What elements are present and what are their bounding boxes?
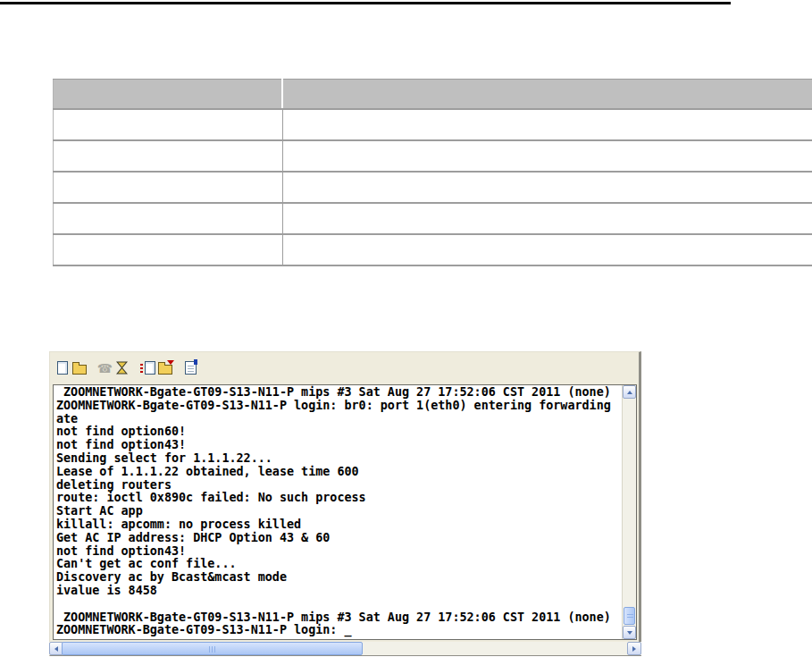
chevron-up-icon [627, 388, 632, 394]
table-header-row [54, 80, 812, 110]
scroll-right-button[interactable] [627, 642, 641, 655]
terminal-view: ZOOMNETWORK-Bgate-GT09-S13-N11-P mips #3… [53, 384, 637, 640]
console-line: ate [56, 413, 622, 426]
table-cell [282, 234, 812, 265]
terminal-window: ☎ ZOOMNETWORK-Bgate-GT09-S13-N1 [49, 351, 641, 656]
console-line: route: ioctl 0x890c failed: No such proc… [56, 492, 622, 505]
scroll-up-button[interactable] [623, 385, 636, 399]
table-row [54, 109, 812, 140]
horizontal-scroll-thumb[interactable] [62, 642, 363, 655]
send-button[interactable] [140, 360, 155, 375]
table-cell [282, 140, 812, 172]
table-cell [54, 172, 283, 203]
console-line: ZOOMNETWORK-Bgate-GT09-S13-N11-P mips #3… [56, 386, 622, 400]
table-row [54, 172, 812, 203]
console-line: deleting routers [56, 479, 622, 493]
table-cell [54, 234, 283, 265]
chevron-right-icon [632, 646, 639, 652]
table-cell [282, 203, 812, 234]
header-rule [0, 2, 731, 4]
console-line: not find option43! [56, 439, 622, 452]
chevron-left-icon [52, 646, 58, 652]
hangup-hourglass-icon [115, 361, 129, 375]
send-dots-icon [140, 363, 143, 374]
console-line: ZOOMNETWORK-Bgate-GT09-S13-N11-P login: … [56, 400, 622, 413]
send-page-icon [145, 361, 155, 375]
console-line: Start AC app [56, 505, 622, 518]
horizontal-scrollbar[interactable] [49, 642, 641, 655]
open-button[interactable] [71, 360, 87, 375]
console-line [56, 598, 622, 611]
table-row [54, 234, 812, 265]
terminal-output[interactable]: ZOOMNETWORK-Bgate-GT09-S13-N11-P mips #3… [54, 385, 622, 639]
table-cell [282, 172, 812, 203]
console-line: Sending select for 1.1.1.22... [56, 452, 622, 466]
console-line: Get AC IP address: DHCP Option 43 & 60 [56, 532, 622, 545]
document-page: ☎ ZOOMNETWORK-Bgate-GT09-S13-N1 [0, 0, 812, 657]
console-line: not find option60! [56, 425, 622, 439]
console-line: Can't get ac conf file... [56, 558, 622, 571]
receive-folder-icon [158, 365, 172, 375]
console-line: Discovery ac by Bcast&mcast mode [56, 571, 622, 585]
properties-button[interactable] [183, 360, 198, 375]
table-header-cell [54, 80, 283, 110]
table-row [54, 203, 812, 234]
receive-button[interactable] [157, 360, 172, 375]
console-line-prompt: ZOOMNETWORK-Bgate-GT09-S13-N11-P login: … [56, 624, 622, 637]
table-header-cell [282, 80, 812, 110]
vertical-scroll-thumb[interactable] [624, 607, 635, 625]
scroll-down-button[interactable] [623, 626, 636, 639]
console-line: Lease of 1.1.1.22 obtained, lease time 6… [56, 466, 622, 479]
chevron-down-icon [627, 631, 632, 637]
new-document-icon [57, 361, 68, 375]
call-button[interactable]: ☎ [97, 360, 113, 375]
open-folder-icon [72, 365, 87, 375]
vertical-scrollbar[interactable] [622, 385, 636, 639]
console-line: ZOOMNETWORK-Bgate-GT09-S13-N11-P mips #3… [56, 611, 622, 625]
console-line: killall: apcomm: no process killed [56, 518, 622, 532]
terminal-toolbar: ☎ [50, 352, 639, 383]
console-line: not find option43! [56, 545, 622, 559]
table-row [54, 140, 812, 172]
spec-table [53, 79, 812, 266]
table-cell [54, 203, 283, 234]
hangup-button[interactable] [114, 360, 130, 375]
new-connection-button[interactable] [54, 360, 70, 375]
properties-icon [185, 361, 197, 375]
call-phone-icon: ☎ [97, 362, 113, 375]
table-cell [54, 109, 283, 140]
table-cell [282, 109, 812, 140]
console-line: ivalue is 8458 [56, 585, 622, 598]
table-cell [54, 140, 283, 172]
